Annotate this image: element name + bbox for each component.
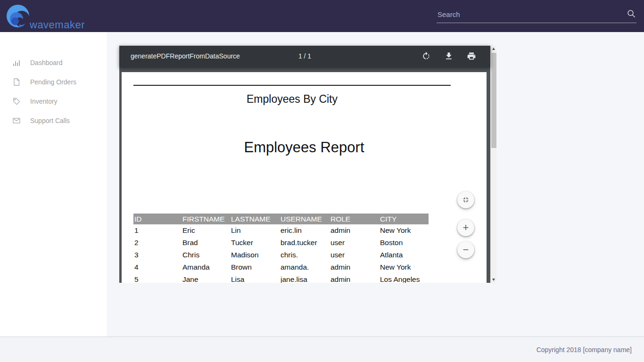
search-input[interactable] bbox=[438, 10, 612, 18]
cell: Madison bbox=[230, 249, 280, 261]
cell: jane.lisa bbox=[280, 273, 330, 283]
table-row: 2 Brad Tucker brad.tucker user Boston bbox=[133, 237, 429, 249]
pdf-toolbar: generatePDFReportFromDataSource 1 / 1 bbox=[119, 46, 490, 67]
table-row: 1 Eric Lin eric.lin admin New York bbox=[133, 224, 429, 237]
document-icon bbox=[13, 78, 20, 86]
cell: 3 bbox=[133, 249, 182, 261]
cell: user bbox=[330, 237, 379, 249]
report-title: Employees Report bbox=[122, 139, 487, 156]
page-footer: Copyright 2018 [company name] bbox=[0, 337, 644, 362]
cell: Boston bbox=[379, 237, 429, 249]
sidebar-item-dashboard[interactable]: Dashboard bbox=[0, 53, 107, 72]
logo-text: wavemaker bbox=[30, 19, 85, 31]
employees-table: ID FIRSTNAME LASTNAME USERNAME ROLE CITY… bbox=[133, 214, 429, 283]
sidebar-item-label: Inventory bbox=[30, 98, 58, 105]
cell: Jane bbox=[182, 273, 230, 283]
cell: Lisa bbox=[230, 273, 280, 283]
fit-to-page-icon bbox=[462, 196, 470, 204]
app-header: wavemaker bbox=[0, 0, 644, 32]
cell: Atlanta bbox=[379, 249, 429, 261]
col-header-lastname: LASTNAME bbox=[230, 214, 280, 224]
scrollbar-thumb[interactable] bbox=[491, 53, 496, 148]
page-indicator[interactable]: 1 / 1 bbox=[298, 52, 311, 60]
scroll-up-arrow-icon[interactable] bbox=[491, 46, 497, 52]
cell: chris. bbox=[280, 249, 330, 261]
pdf-page: Employees By City Employees Report ID FI… bbox=[122, 72, 487, 283]
cell: Eric bbox=[182, 224, 230, 237]
print-icon[interactable] bbox=[467, 51, 476, 61]
cell: admin bbox=[330, 224, 379, 237]
cell: Brown bbox=[230, 261, 280, 273]
table-row: 3 Chris Madison chris. user Atlanta bbox=[133, 249, 429, 261]
search-field bbox=[437, 7, 636, 23]
sidebar-item-label: Support Calls bbox=[30, 117, 70, 124]
report-divider-line bbox=[133, 85, 451, 86]
cell: 5 bbox=[133, 273, 182, 283]
cell: 1 bbox=[133, 224, 182, 237]
zoom-out-button[interactable]: − bbox=[457, 241, 474, 258]
sidebar-item-label: Dashboard bbox=[30, 59, 63, 66]
bar-chart-icon bbox=[13, 59, 20, 66]
zoom-in-button[interactable]: + bbox=[457, 219, 474, 236]
pdf-canvas-area: Employees By City Employees Report ID FI… bbox=[119, 67, 490, 283]
cell: brad.tucker bbox=[280, 237, 330, 249]
col-header-city: CITY bbox=[379, 214, 429, 224]
cell: user bbox=[330, 249, 379, 261]
cell: Lin bbox=[230, 224, 280, 237]
cell: Brad bbox=[182, 237, 230, 249]
download-icon[interactable] bbox=[444, 51, 454, 61]
search-icon[interactable] bbox=[627, 9, 636, 18]
col-header-firstname: FIRSTNAME bbox=[182, 214, 230, 224]
sidebar-item-support-calls[interactable]: Support Calls bbox=[0, 111, 107, 130]
left-nav: Dashboard Pending Orders Inventory Suppo… bbox=[0, 32, 107, 337]
table-row: 5 Jane Lisa jane.lisa admin Los Angeles bbox=[133, 273, 429, 283]
sidebar-item-pending-orders[interactable]: Pending Orders bbox=[0, 72, 107, 91]
cell: 2 bbox=[133, 237, 182, 249]
cell: eric.lin bbox=[280, 224, 330, 237]
cell: 4 bbox=[133, 261, 182, 273]
col-header-role: ROLE bbox=[330, 214, 379, 224]
pdf-viewer: generatePDFReportFromDataSource 1 / 1 Em… bbox=[119, 46, 496, 283]
wavemaker-logo[interactable]: wavemaker bbox=[6, 3, 100, 30]
cell: Los Angeles bbox=[379, 273, 429, 283]
cell: Chris bbox=[182, 249, 230, 261]
copyright-text: Copyright 2018 [company name] bbox=[537, 346, 632, 354]
table-row: 4 Amanda Brown amanda. admin New York bbox=[133, 261, 429, 273]
wave-logo-icon bbox=[6, 3, 32, 29]
col-header-username: USERNAME bbox=[280, 214, 330, 224]
fit-to-page-button[interactable] bbox=[457, 191, 474, 208]
cell: amanda. bbox=[280, 261, 330, 273]
cell: Amanda bbox=[182, 261, 230, 273]
sidebar-item-label: Pending Orders bbox=[30, 78, 76, 86]
rotate-clockwise-icon[interactable] bbox=[421, 51, 431, 61]
tag-icon bbox=[13, 98, 20, 105]
pdf-toolbar-actions bbox=[421, 51, 476, 61]
cell: admin bbox=[330, 273, 379, 283]
scroll-down-arrow-icon[interactable] bbox=[491, 277, 497, 283]
report-section-title: Employees By City bbox=[133, 93, 451, 106]
pdf-scrollbar[interactable] bbox=[490, 46, 496, 283]
cell: New York bbox=[379, 224, 429, 237]
cell: New York bbox=[379, 261, 429, 273]
cell: Tucker bbox=[230, 237, 280, 249]
pdf-document-title: generatePDFReportFromDataSource bbox=[131, 52, 240, 60]
table-header-row: ID FIRSTNAME LASTNAME USERNAME ROLE CITY bbox=[133, 214, 429, 224]
cell: admin bbox=[330, 261, 379, 273]
col-header-id: ID bbox=[133, 214, 182, 224]
envelope-icon bbox=[13, 117, 20, 124]
sidebar-item-inventory[interactable]: Inventory bbox=[0, 91, 107, 111]
